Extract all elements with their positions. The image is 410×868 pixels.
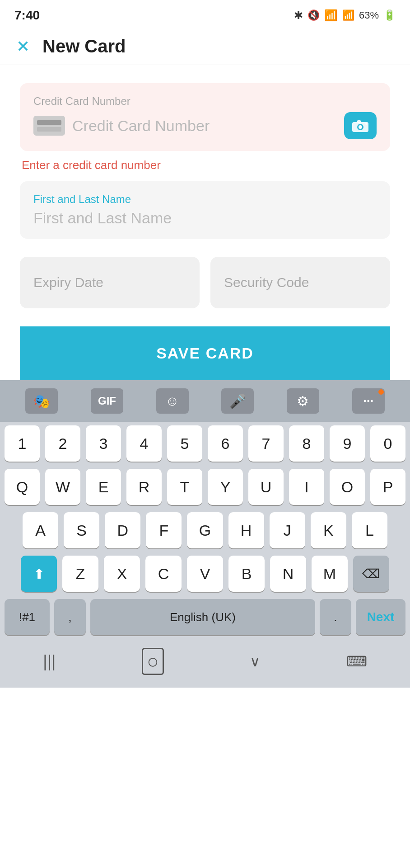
- gif-icon: GIF: [98, 395, 116, 407]
- credit-card-label: Credit Card Number: [33, 95, 377, 108]
- symbols-button[interactable]: !#1: [5, 599, 50, 635]
- key-0[interactable]: 0: [370, 425, 405, 462]
- key-u[interactable]: U: [248, 469, 284, 505]
- key-p[interactable]: P: [370, 469, 405, 505]
- key-g[interactable]: G: [187, 512, 223, 548]
- key-7[interactable]: 7: [248, 425, 284, 462]
- key-c[interactable]: C: [145, 556, 182, 592]
- key-z[interactable]: Z: [62, 556, 98, 592]
- more-dots-icon: ···: [363, 394, 373, 408]
- key-3[interactable]: 3: [86, 425, 121, 462]
- key-d[interactable]: D: [105, 512, 140, 548]
- keyboard: 🎭 GIF ☺ 🎤 ⚙ ··· 1 2 3 4 5 6 7 8 9 0: [0, 380, 410, 688]
- key-v[interactable]: V: [187, 556, 223, 592]
- backspace-button[interactable]: ⌫: [353, 556, 389, 592]
- settings-icon: ⚙: [297, 393, 309, 409]
- key-r[interactable]: R: [126, 469, 162, 505]
- keyboard-toolbar: 🎭 GIF ☺ 🎤 ⚙ ···: [0, 380, 410, 422]
- expiry-date-label: Expiry Date: [33, 275, 103, 290]
- key-h[interactable]: H: [228, 512, 264, 548]
- space-button[interactable]: English (UK): [90, 599, 315, 635]
- card-error-message: Enter a credit card number: [20, 158, 390, 172]
- name-input[interactable]: First and Last Name: [33, 209, 377, 227]
- key-t[interactable]: T: [167, 469, 202, 505]
- key-6[interactable]: 6: [208, 425, 243, 462]
- key-l[interactable]: L: [352, 512, 387, 548]
- key-s[interactable]: S: [64, 512, 99, 548]
- comma-key[interactable]: ,: [54, 599, 86, 635]
- system-nav-bar: ||| ○ ∨ ⌨: [0, 639, 410, 688]
- save-card-button[interactable]: SAVE CARD: [20, 326, 390, 380]
- svg-rect-3: [357, 120, 361, 123]
- keyboard-number-row: 1 2 3 4 5 6 7 8 9 0: [0, 422, 410, 465]
- wifi-icon: 📶: [324, 9, 338, 22]
- security-code-field[interactable]: Security Code: [210, 257, 390, 308]
- expiry-date-field[interactable]: Expiry Date: [20, 257, 200, 308]
- key-o[interactable]: O: [330, 469, 365, 505]
- key-4[interactable]: 4: [126, 425, 162, 462]
- camera-icon: [351, 118, 369, 133]
- shift-button[interactable]: ⬆: [21, 556, 57, 592]
- keyboard-bottom-row: !#1 , English (UK) . Next: [0, 595, 410, 639]
- key-i[interactable]: I: [289, 469, 324, 505]
- gif-button[interactable]: GIF: [91, 388, 123, 414]
- key-e[interactable]: E: [86, 469, 121, 505]
- camera-scan-button[interactable]: [344, 112, 377, 139]
- sticker-button[interactable]: 🎭: [25, 388, 58, 414]
- key-1[interactable]: 1: [5, 425, 40, 462]
- credit-card-field[interactable]: Credit Card Number Credit Card Number: [20, 83, 390, 151]
- keyboard-nav-button[interactable]: ⌨: [346, 653, 367, 670]
- name-field[interactable]: First and Last Name First and Last Name: [20, 181, 390, 239]
- key-y[interactable]: Y: [208, 469, 243, 505]
- svg-point-2: [359, 125, 362, 129]
- status-time: 7:40: [14, 8, 40, 23]
- key-w[interactable]: W: [45, 469, 80, 505]
- more-button[interactable]: ···: [352, 388, 385, 414]
- notification-dot: [378, 389, 384, 395]
- recents-nav-icon: ∨: [250, 653, 260, 670]
- keyboard-row-asdf: A S D F G H J K L: [0, 509, 410, 552]
- card-stripe-1: [37, 120, 61, 125]
- close-button[interactable]: ✕: [16, 38, 30, 55]
- key-j[interactable]: J: [270, 512, 305, 548]
- card-stripe-2: [37, 127, 61, 132]
- card-details-row: Expiry Date Security Code: [20, 257, 390, 308]
- back-nav-button[interactable]: |||: [43, 652, 56, 671]
- keyboard-row-zxcv: ⬆ Z X C V B N M ⌫: [0, 552, 410, 595]
- key-8[interactable]: 8: [289, 425, 324, 462]
- mute-icon: 🔇: [308, 9, 320, 21]
- home-nav-button[interactable]: ○: [142, 648, 164, 675]
- back-nav-icon: |||: [43, 652, 56, 671]
- key-f[interactable]: F: [146, 512, 182, 548]
- mic-icon: 🎤: [229, 393, 246, 409]
- key-5[interactable]: 5: [167, 425, 202, 462]
- svg-point-4: [365, 123, 367, 125]
- signal-icon: 📶: [342, 9, 354, 21]
- key-9[interactable]: 9: [330, 425, 365, 462]
- recents-nav-button[interactable]: ∨: [250, 653, 260, 670]
- emoji-button[interactable]: ☺: [156, 388, 189, 414]
- bluetooth-icon: ✱: [294, 9, 303, 22]
- key-2[interactable]: 2: [45, 425, 80, 462]
- next-button[interactable]: Next: [356, 599, 405, 635]
- key-k[interactable]: K: [311, 512, 346, 548]
- form-content: Credit Card Number Credit Card Number: [0, 65, 410, 380]
- keyboard-nav-icon: ⌨: [346, 653, 367, 670]
- page-title: New Card: [42, 36, 126, 57]
- mic-button[interactable]: 🎤: [221, 388, 254, 414]
- key-x[interactable]: X: [104, 556, 140, 592]
- status-icons: ✱ 🔇 📶 📶 63% 🔋: [294, 9, 396, 22]
- status-bar: 7:40 ✱ 🔇 📶 📶 63% 🔋: [0, 0, 410, 27]
- settings-button[interactable]: ⚙: [287, 388, 319, 414]
- save-card-label: SAVE CARD: [156, 344, 254, 362]
- key-b[interactable]: B: [228, 556, 265, 592]
- key-a[interactable]: A: [23, 512, 58, 548]
- home-nav-icon: ○: [142, 648, 164, 675]
- key-n[interactable]: N: [270, 556, 306, 592]
- credit-card-input[interactable]: Credit Card Number: [72, 117, 344, 135]
- period-key[interactable]: .: [320, 599, 351, 635]
- security-code-label: Security Code: [224, 275, 309, 290]
- battery-icon: 🔋: [383, 9, 396, 21]
- key-m[interactable]: M: [312, 556, 348, 592]
- key-q[interactable]: Q: [5, 469, 40, 505]
